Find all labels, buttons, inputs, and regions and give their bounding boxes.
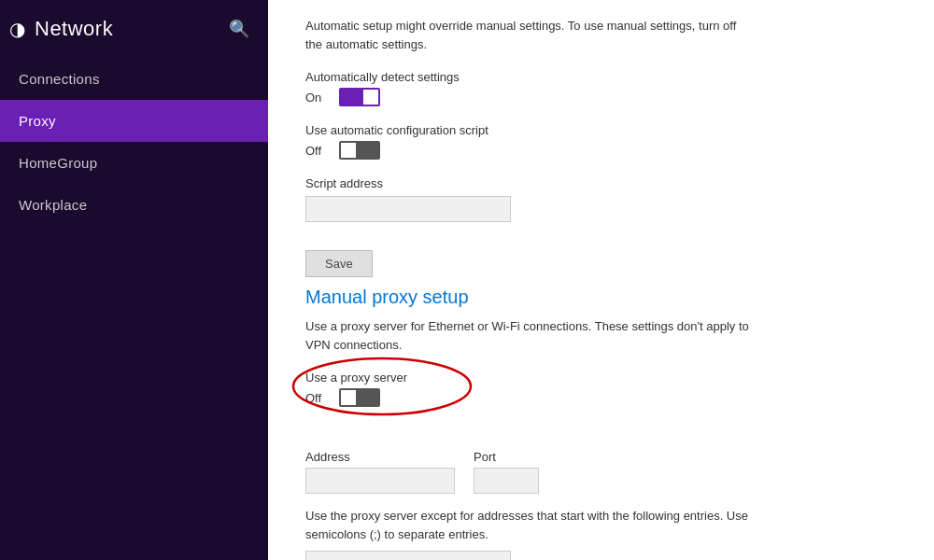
use-proxy-setting: Use a proxy server Off xyxy=(305,367,407,411)
sidebar-item-connections[interactable]: Connections xyxy=(0,58,268,100)
manual-proxy-desc: Use a proxy server for Ethernet or Wi-Fi… xyxy=(305,317,754,354)
auto-detect-label: Automatically detect settings xyxy=(305,70,897,84)
network-icon: ◑ xyxy=(9,18,25,40)
use-proxy-status: Off xyxy=(305,391,328,405)
auto-config-setting: Use automatic configuration script Off xyxy=(305,123,897,160)
auto-config-toggle[interactable] xyxy=(339,141,380,160)
use-proxy-toggle[interactable] xyxy=(339,388,380,407)
search-button[interactable]: 🔍 xyxy=(229,19,249,39)
sidebar-header: ◑ Network 🔍 xyxy=(0,0,268,58)
port-label: Port xyxy=(474,450,539,464)
auto-detect-status: On xyxy=(305,91,328,105)
save-button[interactable]: Save xyxy=(305,250,373,277)
exceptions-textarea[interactable] xyxy=(305,551,511,560)
use-proxy-toggle-row: Off xyxy=(305,388,407,407)
sidebar-title: Network xyxy=(35,17,113,41)
exceptions-description: Use the proxy server except for addresse… xyxy=(305,507,754,543)
main-content: Automatic setup might override manual se… xyxy=(268,0,934,560)
sidebar-item-proxy[interactable]: Proxy xyxy=(0,100,268,142)
auto-config-toggle-row: Off xyxy=(305,141,897,160)
port-input[interactable] xyxy=(474,468,539,494)
use-proxy-label: Use a proxy server xyxy=(305,371,407,385)
manual-proxy-title: Manual proxy setup xyxy=(305,287,897,308)
sidebar-item-homegroup[interactable]: HomeGroup xyxy=(0,142,268,184)
auto-config-status: Off xyxy=(305,144,328,158)
auto-config-label: Use automatic configuration script xyxy=(305,123,897,137)
port-field-group: Port xyxy=(474,450,539,494)
address-port-row: Address Port xyxy=(305,450,897,494)
search-icon: 🔍 xyxy=(229,20,249,38)
script-address-block: Script address xyxy=(305,176,897,222)
address-field-group: Address xyxy=(305,450,455,494)
auto-detect-setting: Automatically detect settings On xyxy=(305,70,897,106)
script-address-input[interactable] xyxy=(305,196,511,222)
auto-detect-toggle-row: On xyxy=(305,88,897,106)
script-address-label: Script address xyxy=(305,176,897,190)
address-label: Address xyxy=(305,450,455,464)
address-input[interactable] xyxy=(305,468,455,494)
auto-detect-toggle[interactable] xyxy=(339,88,380,106)
sidebar: ◑ Network 🔍 Connections Proxy HomeGroup … xyxy=(0,0,268,560)
sidebar-item-workplace[interactable]: Workplace xyxy=(0,184,268,226)
auto-setup-description: Automatic setup might override manual se… xyxy=(305,17,754,53)
